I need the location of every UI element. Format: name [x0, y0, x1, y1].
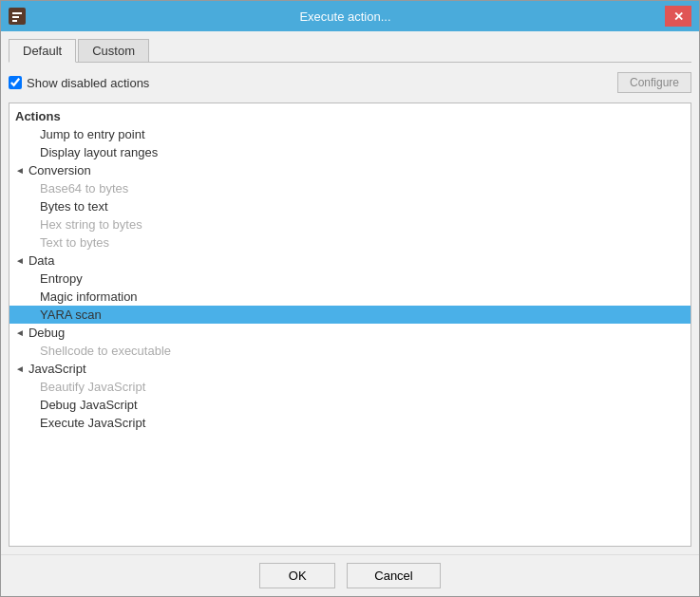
- tab-default[interactable]: Default: [9, 39, 76, 63]
- section-data-label: Data: [28, 253, 54, 268]
- dialog-title: Execute action...: [26, 9, 665, 24]
- tree-item-entropy[interactable]: Entropy: [9, 270, 691, 288]
- section-conversion[interactable]: ◄ Conversion: [9, 161, 691, 179]
- collapse-arrow-data: ◄: [15, 255, 25, 266]
- actions-tree: Actions Jump to entry point Display layo…: [9, 103, 691, 546]
- show-disabled-text: Show disabled actions: [27, 76, 149, 90]
- tree-item-jump-entry[interactable]: Jump to entry point: [9, 125, 691, 143]
- dialog-footer: OK Cancel: [1, 554, 699, 596]
- dialog-body: Default Custom Show disabled actions Con…: [1, 31, 699, 554]
- svg-rect-1: [12, 16, 19, 18]
- tab-bar: Default Custom: [9, 39, 691, 63]
- execute-action-dialog: Execute action... ✕ Default Custom Show …: [0, 0, 700, 597]
- close-button[interactable]: ✕: [665, 6, 691, 27]
- collapse-arrow-debug: ◄: [15, 327, 25, 338]
- section-conversion-label: Conversion: [28, 163, 91, 177]
- section-javascript[interactable]: ◄ JavaScript: [9, 360, 691, 378]
- tree-item-beautify-js[interactable]: Beautify JavaScript: [9, 378, 691, 396]
- tree-item-bytes-text[interactable]: Bytes to text: [9, 197, 691, 215]
- tree-item-shellcode-exe[interactable]: Shellcode to executable: [9, 342, 691, 360]
- tab-custom[interactable]: Custom: [78, 39, 149, 62]
- collapse-arrow-javascript: ◄: [15, 364, 25, 374]
- cancel-button[interactable]: Cancel: [347, 563, 440, 588]
- tree-item-magic-info[interactable]: Magic information: [9, 288, 691, 306]
- tree-item-text-bytes[interactable]: Text to bytes: [9, 233, 691, 252]
- show-disabled-checkbox[interactable]: [9, 76, 22, 89]
- section-data[interactable]: ◄ Data: [9, 252, 691, 270]
- ok-button[interactable]: OK: [259, 563, 335, 588]
- show-disabled-label[interactable]: Show disabled actions: [9, 76, 149, 90]
- toolbar: Show disabled actions Configure: [9, 68, 691, 97]
- tree-root: Actions: [9, 107, 691, 125]
- title-bar: Execute action... ✕: [1, 1, 699, 31]
- configure-button[interactable]: Configure: [617, 72, 691, 93]
- tree-item-base64-bytes[interactable]: Base64 to bytes: [9, 179, 691, 197]
- tree-item-yara-scan[interactable]: YARA scan: [9, 306, 691, 324]
- svg-rect-0: [12, 12, 22, 14]
- tree-item-debug-js[interactable]: Debug JavaScript: [9, 396, 691, 414]
- tree-item-hex-bytes[interactable]: Hex string to bytes: [9, 215, 691, 233]
- section-debug-label: Debug: [28, 326, 65, 340]
- tree-scroll[interactable]: Actions Jump to entry point Display layo…: [9, 103, 691, 546]
- section-javascript-label: JavaScript: [28, 362, 86, 376]
- dialog-icon: [9, 8, 26, 25]
- svg-rect-2: [12, 20, 17, 22]
- actions-tree-container: Actions Jump to entry point Display layo…: [9, 103, 691, 547]
- tree-item-display-layout[interactable]: Display layout ranges: [9, 143, 691, 161]
- tree-item-execute-js[interactable]: Execute JavaScript: [9, 414, 691, 432]
- tree-root-label: Actions: [15, 109, 61, 123]
- section-debug[interactable]: ◄ Debug: [9, 324, 691, 342]
- collapse-arrow-conversion: ◄: [15, 165, 25, 176]
